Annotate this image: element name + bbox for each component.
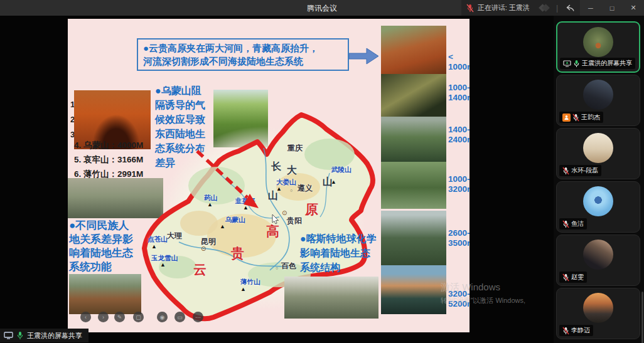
close-button[interactable]: ✕	[623, 0, 644, 16]
participants-sidebar: 王震洪的屏幕共享	[554, 16, 644, 343]
photo-dark-ridges	[381, 74, 446, 117]
speaking-mic-icon	[466, 4, 474, 13]
participant-tile[interactable]: 李静迈	[556, 288, 640, 339]
speaking-label: 正在讲话: 王震洪	[478, 3, 530, 13]
plateau-char: 高	[266, 223, 279, 240]
photo-dusk-mountains	[381, 265, 446, 314]
avatar	[583, 186, 613, 216]
avatar	[583, 133, 613, 163]
participant-name: 鱼洁	[571, 219, 584, 228]
map-mountain: 薄竹山	[240, 278, 260, 287]
pen-icon: ✎	[114, 312, 125, 322]
participant-tile[interactable]: 赵雯	[556, 235, 640, 286]
title-bar: 腾讯会议 正在讲话: 王震洪 |	[0, 0, 644, 16]
map-mountain: 点苍山	[148, 235, 168, 244]
photo-village	[69, 274, 141, 314]
map-mountain: 武陵山	[331, 166, 352, 174]
range-char: 大	[287, 164, 297, 177]
elevation-label: 2600-3500m	[448, 228, 470, 248]
participant-name: 王韵杰	[581, 113, 600, 122]
shared-screen-slide: ●云贵高原夹在两大河间，青藏高原抬升， 河流深切割形成不同海拔陆地生态系统 1.…	[68, 19, 470, 332]
host-person-icon	[562, 113, 571, 122]
elevation-label: 1400-2400m	[448, 125, 470, 145]
share-status-bar: 王震洪的屏幕共享	[0, 329, 89, 342]
note-karst: ●喀斯特地球化学影响着陆地生态系统结构	[300, 231, 377, 275]
map-mountain: 乌蒙山	[225, 216, 245, 224]
mountain-peak-icon: ▲	[220, 224, 225, 230]
plateau-char: 原	[305, 201, 318, 218]
mountain-peak-icon: ▲	[276, 186, 282, 192]
participant-name: 王震洪的屏幕共享	[582, 59, 632, 68]
maximize-button[interactable]: □	[601, 0, 623, 16]
avatar	[583, 293, 613, 323]
dashed-arrow-icon	[193, 147, 267, 215]
participant-name: 赵雯	[571, 273, 584, 282]
mic-muted-icon	[562, 167, 569, 175]
statement-line1: ●云贵高原夹在两大河间，青藏高原抬升，	[143, 41, 343, 55]
pop-out-icon[interactable]	[566, 4, 575, 12]
photo-conifer-forest	[381, 211, 446, 265]
mic-on-icon	[16, 331, 24, 340]
minimize-button[interactable]: ─	[580, 0, 601, 16]
capital-marker-icon: ⊙	[201, 246, 206, 252]
statement-box: ●云贵高原夹在两大河间，青藏高原抬升， 河流深切割形成不同海拔陆地生态系统	[137, 38, 349, 71]
sidebar-scrollbar[interactable]	[641, 292, 643, 343]
town-marker-icon: ○	[276, 266, 278, 270]
main-stage: ●云贵高原夹在两大河间，青藏高原抬升， 河流深切割形成不同海拔陆地生态系统 1.…	[0, 16, 644, 343]
avatar	[583, 80, 613, 110]
elevation-label: 3200-5200m	[448, 289, 470, 309]
statement-line2: 河流深切割形成不同海拔陆地生态系统	[143, 55, 343, 68]
participant-name: 李静迈	[571, 326, 590, 335]
elevation-label: 1000-1400m	[448, 83, 470, 103]
mic-muted-icon	[572, 113, 579, 122]
laser-frame-icon: ▢	[133, 312, 144, 322]
meeting-window: 腾讯会议 正在讲话: 王震洪 |	[0, 0, 644, 343]
remote-cursor-icon	[272, 214, 279, 224]
screen-share-icon	[4, 332, 13, 339]
titlebar-divider: |	[556, 4, 558, 13]
map-city: 大理	[167, 231, 182, 241]
elevation-label: 1000-3200m	[448, 174, 470, 194]
mountain-list: 4. 乌蒙山：4000M 5. 哀牢山：3166M 6. 薄竹山：2991M	[74, 138, 143, 181]
map-city: 百色	[281, 261, 296, 272]
participant-name: 水环-段磊	[571, 166, 598, 175]
next-slide-icon: ›	[98, 312, 109, 322]
slideshow-toolbar: ‹ › ✎ ▢ ◉ ▭ ⋯	[68, 312, 470, 323]
mountain-peak-icon: ▲	[151, 244, 157, 250]
list-item: 4. 乌蒙山：4000M	[74, 138, 143, 152]
participant-tile[interactable]: 水环-段磊	[556, 128, 640, 179]
plateau-char: 贵	[231, 245, 244, 262]
mic-on-icon	[573, 60, 580, 68]
mountain-peak-icon: ▲	[160, 262, 166, 268]
mountain-peak-icon: ▲	[331, 179, 336, 185]
participant-tile[interactable]: 王韵杰	[556, 75, 640, 126]
prev-slide-icon: ‹	[80, 312, 91, 322]
comment-icon: ▭	[174, 312, 185, 322]
mic-muted-icon	[562, 327, 569, 335]
elevation-label: <1000m	[448, 52, 470, 72]
avatar	[583, 240, 613, 270]
map-city: 贵阳	[287, 216, 302, 226]
map-city: 重庆	[287, 143, 303, 154]
mountain-peak-icon: ▲	[240, 287, 246, 292]
share-status-label: 王震洪的屏幕共享	[27, 331, 82, 340]
list-item: 5. 哀牢山：3166M	[74, 152, 143, 167]
screen-share-icon	[563, 60, 571, 67]
map-city: 遵义	[298, 183, 313, 194]
mic-muted-icon	[562, 220, 569, 228]
right-arrow-icon	[349, 48, 379, 65]
participant-tile-sharer[interactable]: 王震洪的屏幕共享	[556, 21, 640, 73]
photo-red-soil-canyon	[381, 26, 446, 74]
more-icon: ⋯	[193, 312, 203, 322]
speaking-indicator: 正在讲话: 王震洪 |	[461, 0, 580, 16]
photo-pine-pasture	[381, 162, 446, 209]
note-ethnic: ●不同民族人地关系差异影响着陆地生态系统功能	[69, 219, 139, 274]
town-marker-icon: ○	[290, 188, 292, 193]
range-char: 长	[271, 161, 281, 174]
mic-muted-icon	[562, 273, 569, 282]
avatar	[583, 27, 613, 57]
meeting-logo-icon	[540, 5, 549, 11]
participant-tile[interactable]: 鱼洁	[556, 181, 640, 233]
camera-icon: ◉	[157, 312, 168, 322]
plateau-char: 云	[193, 261, 207, 278]
